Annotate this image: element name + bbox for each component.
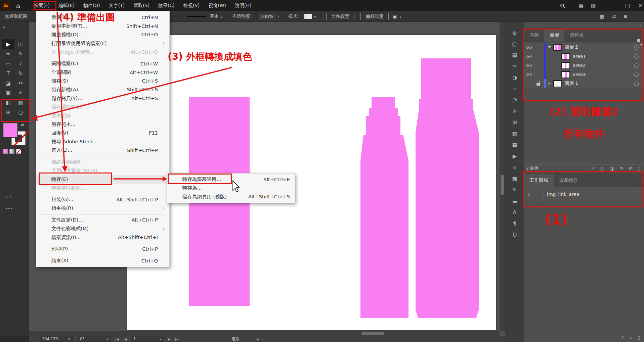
- pattern-panel-icon[interactable]: ▩: [512, 176, 517, 182]
- arrange-dropdown[interactable]: ▣∨: [392, 11, 401, 22]
- gradient-sphere-icon[interactable]: ◑: [512, 75, 517, 81]
- file-menu-item[interactable]: 在 Bridge 中瀏覽... Alt+Ctrl+O: [36, 48, 169, 56]
- file-menu-item[interactable]: 另存範本...: [36, 120, 169, 129]
- new-layer-icon[interactable]: ⊞: [629, 166, 633, 171]
- file-menu-item[interactable]: 儲存拷貝(Y)... Alt+Ctrl+S: [36, 94, 169, 103]
- layer-name[interactable]: 圖層 2: [565, 44, 634, 50]
- file-menu-item[interactable]: 全部關閉 Alt+Ctrl+W: [36, 68, 169, 77]
- appearance-panel-icon[interactable]: O: [513, 232, 517, 238]
- artboard-nav-next[interactable]: ▶: [168, 336, 171, 342]
- actions-panel-icon[interactable]: ▶: [513, 153, 517, 159]
- fill-color-swatch[interactable]: [3, 123, 17, 137]
- minimize-button[interactable]: —: [609, 0, 621, 11]
- lock-toggle[interactable]: [534, 61, 543, 70]
- zoom-level-dropdown[interactable]: 104.17%∨: [40, 336, 73, 342]
- file-menu-item[interactable]: 文件色彩模式(M) ›: [36, 224, 169, 233]
- new-sublayer-icon[interactable]: ⊟: [619, 166, 623, 171]
- pen-tool[interactable]: ✒: [2, 49, 14, 59]
- links-panel-icon[interactable]: ∞: [512, 164, 517, 170]
- arrange-docs-icon[interactable]: ⇄: [612, 13, 616, 19]
- file-menu-item[interactable]: 打開最近使用過的檔案(F) ›: [36, 39, 169, 48]
- file-menu-item[interactable]: [36, 253, 169, 256]
- file-menu-item[interactable]: [36, 213, 169, 216]
- layers-menu-icon[interactable]: ≡: [636, 37, 641, 43]
- file-menu-item[interactable]: 關閉檔案(C) Ctrl+W: [36, 59, 169, 68]
- selection-tool[interactable]: ▶: [2, 39, 14, 49]
- file-menu-item[interactable]: 置入(L)... Shift+Ctrl+P: [36, 146, 169, 155]
- workspace-menu-icon[interactable]: ≡: [624, 13, 628, 19]
- panel-tab[interactable]: 圖層: [544, 29, 564, 42]
- artboard-row[interactable]: 1 img_link_area: [524, 187, 644, 201]
- opacity-panel-icon[interactable]: ◔: [512, 97, 517, 103]
- layer-name[interactable]: 圖層 1: [565, 81, 634, 87]
- file-menu-item[interactable]: 指令檔(R) ›: [36, 204, 169, 213]
- file-menu-item[interactable]: 列印(P)... Ctrl+P: [36, 245, 169, 253]
- file-menu-item[interactable]: [36, 155, 169, 158]
- rotate-tool[interactable]: ↻: [14, 68, 27, 78]
- none-mode-icon[interactable]: [16, 149, 21, 154]
- lock-toggle[interactable]: [534, 52, 543, 61]
- artboard-nav-first[interactable]: |◀: [115, 336, 119, 342]
- expand-toggle[interactable]: [546, 82, 553, 85]
- type-tool[interactable]: T: [2, 68, 14, 78]
- gradient-mode-icon[interactable]: [9, 149, 14, 154]
- horizontal-scrollbar-thumb[interactable]: [361, 332, 384, 335]
- target-circle[interactable]: [634, 82, 639, 86]
- restore-button[interactable]: ▢: [621, 0, 634, 11]
- rectangle-tool[interactable]: ▭: [2, 59, 14, 68]
- file-menu-item[interactable]: 封裝(G)... Alt+Shift+Ctrl+P: [36, 195, 169, 204]
- layer-row[interactable]: 圖層 2: [524, 43, 644, 52]
- close-button[interactable]: ×: [634, 0, 644, 11]
- export-submenu-item[interactable]: 轉存為...: [167, 184, 295, 193]
- vertical-scrollbar-thumb[interactable]: [501, 175, 504, 195]
- workspace-switcher-icon[interactable]: ▦: [575, 0, 587, 11]
- eyedropper-tool[interactable]: ✐: [14, 88, 27, 98]
- lock-toggle[interactable]: [534, 79, 543, 88]
- expand-toggle[interactable]: [546, 46, 553, 48]
- file-menu-item[interactable]: 從範本新增(T)... Shift+Ctrl+N: [36, 22, 169, 31]
- locate-icon[interactable]: ○: [600, 166, 604, 171]
- paragraph-panel-icon[interactable]: ¶: [513, 221, 516, 227]
- menubar-item[interactable]: 檢視(V): [179, 1, 204, 11]
- layer-name[interactable]: area1: [573, 54, 634, 59]
- layer-name[interactable]: area3: [573, 72, 634, 77]
- clipping-mask-icon[interactable]: ◨: [610, 166, 614, 171]
- delete-layer-icon[interactable]: ▯: [638, 166, 641, 171]
- file-menu-item[interactable]: [36, 192, 169, 195]
- panel-tab[interactable]: 工作區域: [524, 174, 554, 187]
- move-up-icon[interactable]: ↑: [621, 335, 625, 340]
- document-info-icon[interactable]: ▤: [512, 52, 517, 58]
- export-submenu-item[interactable]: 儲存為網頁用 (舊版)... Alt+Shift+Ctrl+S: [167, 193, 295, 201]
- menubar-item[interactable]: 文字(T): [104, 1, 129, 11]
- file-menu-item[interactable]: 邀請參與編輯...: [36, 158, 169, 166]
- target-circle[interactable]: [634, 45, 639, 50]
- delete-artboard-icon[interactable]: ▯: [638, 335, 640, 340]
- target-circle[interactable]: [634, 54, 639, 59]
- style-swatch-dropdown[interactable]: ∨: [304, 11, 316, 22]
- opacity-field[interactable]: 100%›: [256, 11, 280, 22]
- collect-export-icon[interactable]: ↗: [591, 166, 594, 171]
- panel-tab[interactable]: 內容: [524, 29, 544, 42]
- file-menu-item[interactable]: 儲存選取的切片...: [36, 103, 169, 111]
- menubar-item[interactable]: 物件(O): [79, 1, 104, 11]
- edit-toolbar-icon[interactable]: •••: [5, 206, 13, 211]
- file-menu-item[interactable]: 共用以供審核 (Beta)...: [36, 166, 169, 175]
- zoom-tool[interactable]: ○: [14, 107, 27, 117]
- ink-icon[interactable]: ✑: [512, 63, 517, 69]
- menubar-item[interactable]: 效果(C): [154, 1, 179, 11]
- file-menu-item[interactable]: 回復(V) F12: [36, 129, 169, 137]
- document-setup-button[interactable]: 文件設定: [326, 11, 354, 22]
- file-menu-item[interactable]: 檔案資訊(I)... Alt+Shift+Ctrl+I: [36, 233, 169, 242]
- menubar-item[interactable]: 編輯(E): [54, 1, 79, 11]
- visibility-toggle[interactable]: [524, 61, 534, 70]
- swatches-panel-icon[interactable]: ▦: [512, 142, 517, 148]
- brushes-panel-icon[interactable]: ✎: [512, 187, 517, 193]
- visibility-toggle[interactable]: [524, 70, 534, 79]
- target-circle[interactable]: [634, 72, 639, 77]
- gradient-panel-icon[interactable]: ▬: [512, 198, 517, 204]
- menubar-item[interactable]: 選取(S): [129, 1, 154, 11]
- layer-row[interactable]: area2: [524, 61, 644, 70]
- lock-toggle[interactable]: [534, 43, 543, 52]
- menubar-item[interactable]: 說明(H): [230, 1, 256, 11]
- stroke-panel-icon[interactable]: ≡: [512, 86, 517, 92]
